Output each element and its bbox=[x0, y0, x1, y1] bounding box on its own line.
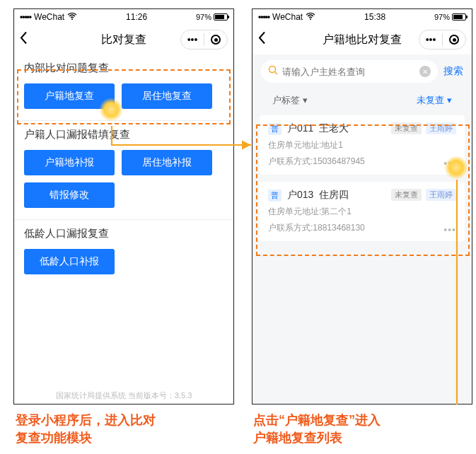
juzhu-review-button[interactable]: 居住地复查 bbox=[122, 83, 212, 109]
capsule-menu-button[interactable]: ••• bbox=[419, 30, 442, 49]
section-title: 内部比对问题复查 bbox=[24, 62, 224, 75]
household-card[interactable]: 普 户013 住房四 未复查 王雨婷 住房单元地址:第二个1 户联系方式:188… bbox=[260, 182, 465, 241]
signal-dots-icon: ••••• bbox=[258, 12, 269, 22]
capsule-close-button[interactable] bbox=[443, 30, 465, 49]
owner-badge: 王雨婷 bbox=[426, 122, 456, 134]
carrier-label: WeChat bbox=[272, 12, 303, 22]
phone-left: ••••• WeChat 11:26 97% 比对复查 ••• 内部比对问题复查… bbox=[13, 8, 234, 404]
clock-label: 15:38 bbox=[364, 12, 385, 22]
filter-status-dropdown[interactable]: 未复查 ▾ bbox=[417, 94, 452, 107]
mini-program-capsule: ••• bbox=[419, 30, 466, 50]
household-name: 王老大 bbox=[319, 122, 349, 135]
footer-version: 国家统计局提供系统 当前版本号：3.5.3 bbox=[14, 390, 233, 401]
chevron-down-icon: ▾ bbox=[447, 95, 452, 105]
nav-bar: 户籍地比对复查 ••• bbox=[252, 25, 472, 54]
household-code: 户013 bbox=[287, 189, 313, 202]
target-icon bbox=[211, 35, 221, 45]
nav-bar: 比对复查 ••• bbox=[14, 25, 233, 54]
phone-right: ••••• WeChat 15:38 97% 户籍地比对复查 ••• bbox=[252, 8, 472, 404]
phone-line: 户联系方式:15036487945 bbox=[268, 156, 456, 168]
section-title: 户籍人口漏报错填复查 bbox=[24, 128, 224, 141]
search-box[interactable]: ✕ bbox=[261, 60, 438, 83]
lowage-supplement-button[interactable]: 低龄人口补报 bbox=[24, 249, 115, 274]
address-line: 住房单元地址:第二个1 bbox=[268, 206, 456, 218]
page-title: 比对复查 bbox=[101, 33, 146, 47]
svg-point-2 bbox=[269, 66, 276, 73]
huji-supplement-button[interactable]: 户籍地补报 bbox=[24, 150, 115, 175]
chevron-down-icon: ▾ bbox=[303, 95, 308, 105]
wifi-icon bbox=[67, 12, 77, 22]
section-title: 低龄人口漏报复查 bbox=[24, 227, 224, 240]
status-badge: 未复查 bbox=[391, 122, 422, 134]
svg-line-3 bbox=[275, 72, 277, 74]
household-card[interactable]: 普 户011 王老大 未复查 王雨婷 住房单元地址:地址1 户联系方式:1503… bbox=[260, 115, 465, 175]
caption-left: 登录小程序后，进入比对 复查功能模块 bbox=[16, 412, 156, 447]
more-icon[interactable]: ••• bbox=[443, 158, 456, 169]
page-title: 户籍地比对复查 bbox=[323, 33, 402, 47]
caption-right: 点击“户籍地复查”进入 户籍地复查列表 bbox=[253, 412, 381, 447]
search-icon bbox=[268, 65, 278, 78]
error-fix-button[interactable]: 错报修改 bbox=[24, 182, 115, 208]
household-code: 户011 bbox=[287, 122, 313, 135]
status-badge: 未复查 bbox=[391, 189, 422, 201]
status-bar: ••••• WeChat 15:38 97% bbox=[252, 9, 472, 25]
type-badge: 普 bbox=[268, 123, 281, 135]
battery-label: 97% bbox=[196, 13, 211, 21]
filter-tag-dropdown[interactable]: 户标签 ▾ bbox=[272, 94, 308, 107]
phone-line: 户联系方式:18813468130 bbox=[268, 222, 456, 234]
svg-point-1 bbox=[310, 18, 311, 20]
back-icon[interactable] bbox=[20, 31, 28, 49]
address-line: 住房单元地址:地址1 bbox=[268, 139, 456, 151]
more-icon[interactable]: ••• bbox=[443, 224, 456, 235]
search-input[interactable] bbox=[282, 66, 415, 77]
type-badge: 普 bbox=[268, 190, 281, 202]
juzhu-supplement-button[interactable]: 居住地补报 bbox=[122, 150, 212, 175]
clock-label: 11:26 bbox=[126, 12, 147, 22]
clear-icon[interactable]: ✕ bbox=[419, 66, 431, 77]
battery-label: 97% bbox=[434, 13, 450, 21]
wifi-icon bbox=[306, 12, 315, 22]
household-name: 住房四 bbox=[319, 189, 349, 202]
battery-icon bbox=[214, 13, 228, 21]
owner-badge: 王雨婷 bbox=[426, 189, 456, 201]
search-row: ✕ 搜索 bbox=[252, 54, 472, 88]
mini-program-capsule: ••• bbox=[180, 30, 228, 50]
filter-row: 户标签 ▾ 未复查 ▾ bbox=[252, 88, 472, 115]
huji-review-button[interactable]: 户籍地复查 bbox=[24, 83, 115, 109]
target-icon bbox=[449, 35, 459, 45]
back-icon[interactable] bbox=[258, 31, 267, 49]
carrier-label: WeChat bbox=[34, 12, 64, 22]
battery-icon bbox=[452, 13, 466, 21]
capsule-menu-button[interactable]: ••• bbox=[181, 30, 204, 49]
search-button[interactable]: 搜索 bbox=[443, 65, 463, 78]
capsule-close-button[interactable] bbox=[204, 30, 227, 49]
signal-dots-icon: ••••• bbox=[20, 12, 31, 22]
section-2: 户籍人口漏报错填复查 户籍地补报 居住地补报 错报修改 bbox=[14, 121, 233, 220]
section-1: 内部比对问题复查 户籍地复查 居住地复查 bbox=[14, 54, 233, 121]
section-3: 低龄人口漏报复查 低龄人口补报 bbox=[14, 220, 233, 286]
svg-point-0 bbox=[71, 18, 73, 20]
status-bar: ••••• WeChat 11:26 97% bbox=[14, 9, 233, 25]
